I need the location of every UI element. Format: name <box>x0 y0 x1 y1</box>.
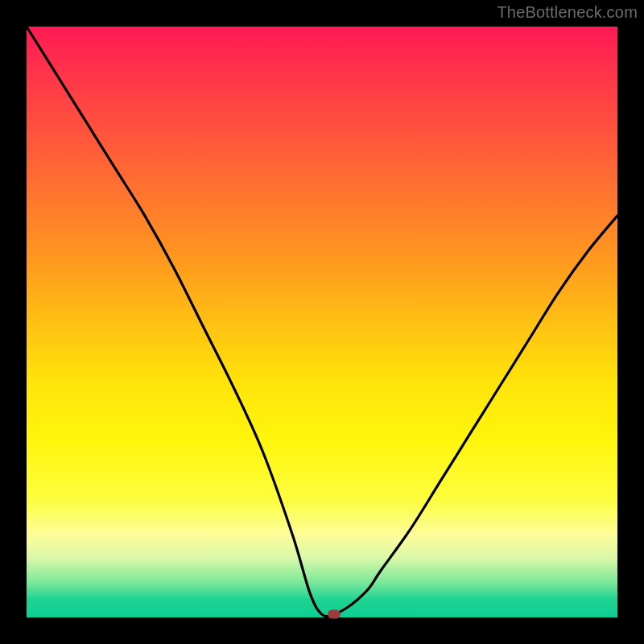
minimum-marker <box>328 610 341 619</box>
watermark-text: TheBottleneck.com <box>497 3 638 22</box>
chart-frame: TheBottleneck.com <box>0 0 644 644</box>
bottleneck-curve <box>27 27 617 617</box>
